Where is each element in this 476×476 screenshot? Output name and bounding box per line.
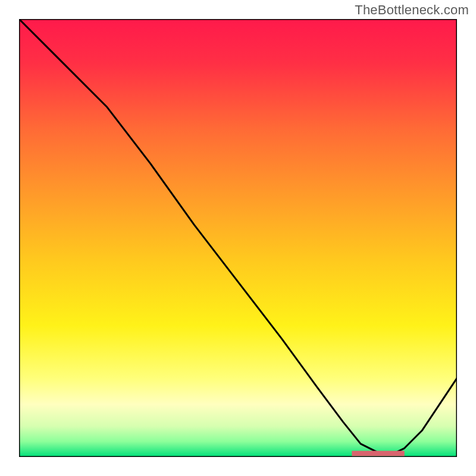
chart-container: TheBottleneck.com	[0, 0, 476, 476]
trough-marker	[352, 451, 404, 456]
bottleneck-chart	[19, 19, 457, 457]
watermark-text: TheBottleneck.com	[355, 2, 469, 18]
plot-area	[19, 19, 457, 457]
